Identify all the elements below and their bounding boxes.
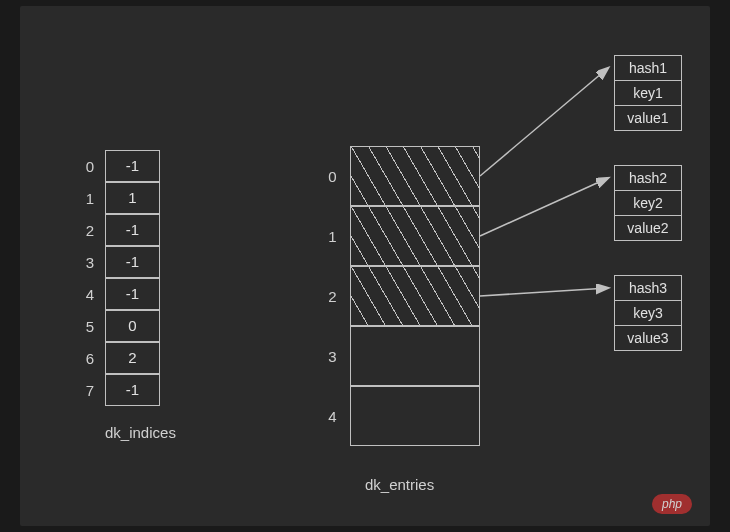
index-cell: 1 [105, 182, 160, 214]
hash-cell: hash1 [614, 55, 682, 81]
index-label: 4 [75, 286, 105, 303]
table-row: 0 -1 [75, 150, 160, 182]
entry-cell [350, 146, 480, 206]
table-row: 4 [315, 386, 480, 446]
entry-cell [350, 386, 480, 446]
entry-detail-box: hash1 key1 value1 [614, 56, 682, 131]
key-cell: key2 [614, 190, 682, 216]
index-cell: 2 [105, 342, 160, 374]
key-cell: key1 [614, 80, 682, 106]
table-row: 7 -1 [75, 374, 160, 406]
index-label: 0 [75, 158, 105, 175]
table-row: 0 [315, 146, 480, 206]
value-cell: value2 [614, 215, 682, 241]
entry-cell [350, 326, 480, 386]
entry-detail-box: hash2 key2 value2 [614, 166, 682, 241]
hash-cell: hash3 [614, 275, 682, 301]
index-cell: 0 [105, 310, 160, 342]
table-row: 3 -1 [75, 246, 160, 278]
table-row: 4 -1 [75, 278, 160, 310]
index-cell: -1 [105, 214, 160, 246]
index-label: 3 [315, 348, 350, 365]
index-label: 4 [315, 408, 350, 425]
entry-detail-box: hash3 key3 value3 [614, 276, 682, 351]
table-row: 3 [315, 326, 480, 386]
index-label: 6 [75, 350, 105, 367]
key-cell: key3 [614, 300, 682, 326]
table-row: 5 0 [75, 310, 160, 342]
svg-line-1 [480, 178, 608, 236]
index-label: 2 [75, 222, 105, 239]
index-label: 1 [315, 228, 350, 245]
table-row: 2 [315, 266, 480, 326]
table-row: 6 2 [75, 342, 160, 374]
index-cell: -1 [105, 278, 160, 310]
index-label: 2 [315, 288, 350, 305]
diagram-container: 0 -1 1 1 2 -1 3 -1 4 -1 5 0 6 2 7 -1 [20, 6, 710, 526]
index-cell: -1 [105, 374, 160, 406]
index-label: 7 [75, 382, 105, 399]
hash-cell: hash2 [614, 165, 682, 191]
dk-entries-label: dk_entries [365, 476, 434, 493]
entry-cell [350, 266, 480, 326]
index-cell: -1 [105, 150, 160, 182]
dk-entries-table: 0 1 2 3 4 [315, 146, 480, 446]
index-label: 5 [75, 318, 105, 335]
index-cell: -1 [105, 246, 160, 278]
dk-indices-label: dk_indices [105, 424, 176, 441]
table-row: 1 1 [75, 182, 160, 214]
table-row: 1 [315, 206, 480, 266]
entry-cell [350, 206, 480, 266]
table-row: 2 -1 [75, 214, 160, 246]
svg-line-2 [480, 288, 608, 296]
index-label: 3 [75, 254, 105, 271]
value-cell: value3 [614, 325, 682, 351]
index-label: 1 [75, 190, 105, 207]
watermark-badge: php [652, 494, 692, 514]
value-cell: value1 [614, 105, 682, 131]
svg-line-0 [480, 68, 608, 176]
index-label: 0 [315, 168, 350, 185]
dk-indices-table: 0 -1 1 1 2 -1 3 -1 4 -1 5 0 6 2 7 -1 [75, 150, 160, 406]
